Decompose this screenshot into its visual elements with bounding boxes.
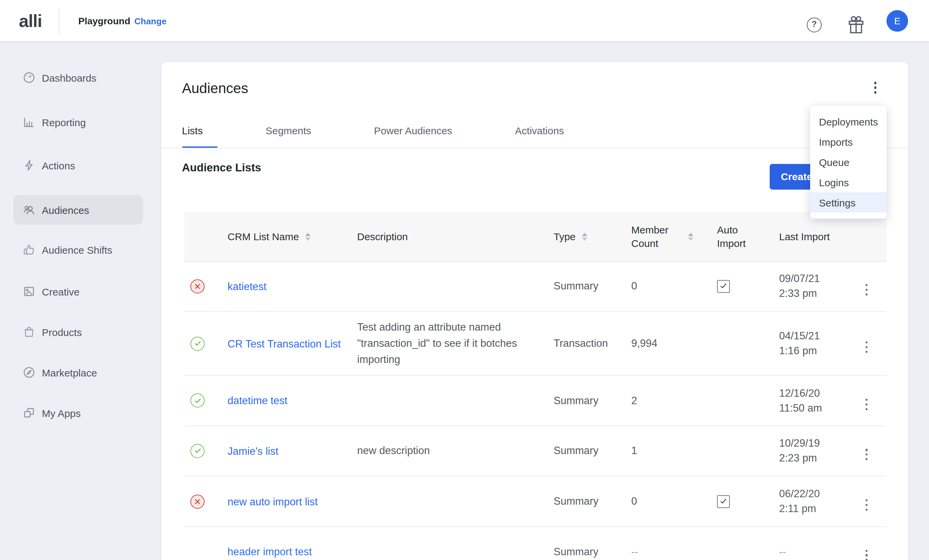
help-icon[interactable]: ?	[807, 18, 822, 32]
section-title: Audience Lists	[182, 161, 261, 174]
audience-shifts-icon	[23, 243, 35, 256]
sort-icon[interactable]	[582, 233, 587, 241]
table-row: header import testSummary----	[184, 527, 886, 560]
column-header[interactable]: Type	[553, 230, 631, 243]
last-import: 06/22/202:11 pm	[779, 487, 849, 516]
list-description	[357, 393, 553, 408]
column-header: Last Import	[779, 230, 849, 243]
marketplace-icon	[23, 366, 35, 378]
member-count: 9,994	[631, 337, 717, 349]
list-name-link[interactable]: header import test	[227, 546, 312, 557]
list-description: new description	[357, 436, 553, 467]
auto-import-checkbox[interactable]	[717, 495, 730, 508]
row-actions-icon[interactable]	[866, 341, 868, 353]
topbar-divider	[59, 9, 60, 34]
context-menu: DeploymentsImportsQueueLoginsSettings	[810, 106, 886, 219]
change-workspace-link[interactable]: Change	[134, 16, 166, 26]
import-success-icon	[191, 336, 205, 350]
sidebar-item-actions[interactable]: Actions	[14, 150, 143, 180]
list-type: Summary	[553, 495, 631, 507]
sidebar-item-marketplace[interactable]: Marketplace	[14, 358, 143, 387]
audiences-icon	[23, 204, 35, 216]
list-description	[357, 279, 553, 294]
reporting-icon	[23, 116, 35, 128]
sidebar-item-label: Dashboards	[42, 72, 97, 83]
sidebar-item-label: Audiences	[42, 204, 89, 216]
list-name-link[interactable]: new auto import list	[227, 496, 318, 507]
list-description	[357, 494, 553, 509]
member-count: 2	[631, 395, 717, 407]
tab-activations[interactable]: Activations	[515, 116, 564, 148]
gift-icon[interactable]	[848, 15, 864, 34]
row-actions-icon[interactable]	[866, 499, 868, 511]
table-row: katietestSummary009/07/212:33 pm	[184, 262, 886, 312]
member-count: 1	[631, 445, 717, 457]
sort-icon[interactable]	[688, 233, 693, 241]
creative-icon	[23, 285, 35, 298]
products-icon	[23, 326, 35, 338]
table-row: datetime testSummary212/16/2011:50 am	[184, 376, 886, 426]
import-success-icon	[191, 394, 205, 408]
page-title: Audiences	[182, 80, 248, 96]
list-type: Summary	[553, 395, 631, 407]
sidebar-item-label: Products	[42, 326, 82, 338]
sidebar-item-label: Marketplace	[42, 367, 97, 378]
tab-power-audiences[interactable]: Power Audiences	[374, 116, 452, 148]
sidebar-item-reporting[interactable]: Reporting	[14, 107, 143, 137]
tab-lists[interactable]: Lists	[182, 116, 203, 148]
sort-icon[interactable]	[305, 233, 311, 241]
main-panel: Audiences ListsSegmentsPower AudiencesAc…	[161, 62, 908, 560]
member-count: 0	[631, 495, 717, 507]
menu-item-settings[interactable]: Settings	[810, 192, 886, 213]
list-name-link[interactable]: datetime test	[227, 395, 288, 407]
avatar[interactable]: E	[886, 10, 908, 32]
sidebar-item-label: My Apps	[42, 407, 81, 419]
table-row: CR Test Transaction ListTest adding an a…	[184, 312, 886, 376]
row-actions-icon[interactable]	[866, 449, 868, 461]
sidebar-item-audience-shifts[interactable]: Audience Shifts	[14, 235, 143, 265]
list-type: Transaction	[553, 337, 631, 349]
menu-item-logins[interactable]: Logins	[810, 172, 886, 192]
sidebar-item-label: Creative	[42, 286, 80, 297]
member-count: 0	[631, 280, 717, 292]
list-name-link[interactable]: Jamie's list	[227, 445, 279, 457]
my-apps-icon	[23, 407, 35, 419]
last-import: 04/15/211:16 pm	[779, 329, 849, 358]
column-header[interactable]: CRM List Name	[227, 230, 357, 243]
auto-import-checkbox[interactable]	[717, 280, 730, 293]
sidebar-item-audiences[interactable]: Audiences	[14, 195, 143, 225]
tab-segments[interactable]: Segments	[266, 116, 311, 148]
list-name-link[interactable]: CR Test Transaction List	[227, 338, 340, 349]
tabs-divider	[161, 147, 908, 148]
row-actions-icon[interactable]	[866, 398, 868, 410]
menu-item-imports[interactable]: Imports	[810, 132, 886, 152]
audience-lists-table: CRM List NameDescriptionTypeMember Count…	[184, 213, 886, 560]
table-row: new auto import listSummary006/22/202:11…	[184, 477, 886, 527]
row-actions-icon[interactable]	[866, 549, 868, 560]
menu-item-deployments[interactable]: Deployments	[810, 111, 886, 132]
column-header[interactable]: Member Count	[631, 223, 717, 250]
sidebar-item-my-apps[interactable]: My Apps	[14, 398, 143, 428]
member-count: --	[631, 546, 717, 558]
import-error-icon	[191, 279, 205, 294]
import-error-icon	[191, 494, 205, 508]
table-row: Jamie's listnew descriptionSummary110/29…	[184, 426, 886, 476]
more-options-icon[interactable]	[869, 80, 882, 96]
import-success-icon	[191, 444, 205, 458]
dashboard-icon	[23, 72, 35, 84]
list-name-link[interactable]: katietest	[227, 281, 266, 292]
menu-item-queue[interactable]: Queue	[810, 152, 886, 172]
tab-bar: ListsSegmentsPower AudiencesActivations	[182, 116, 627, 148]
column-header: Auto Import	[717, 223, 779, 250]
list-type: Summary	[553, 445, 631, 457]
last-import: 10/29/192:23 pm	[779, 436, 849, 466]
workspace-name: Playground	[78, 15, 130, 26]
sidebar-item-creative[interactable]: Creative	[14, 277, 143, 306]
last-import: 09/07/212:33 pm	[779, 272, 849, 301]
last-import: --	[779, 544, 849, 559]
sidebar-item-dashboards[interactable]: Dashboards	[14, 63, 143, 92]
sidebar-item-products[interactable]: Products	[14, 317, 143, 347]
list-type: Summary	[553, 546, 631, 558]
actions-icon	[23, 159, 35, 171]
row-actions-icon[interactable]	[866, 284, 868, 295]
